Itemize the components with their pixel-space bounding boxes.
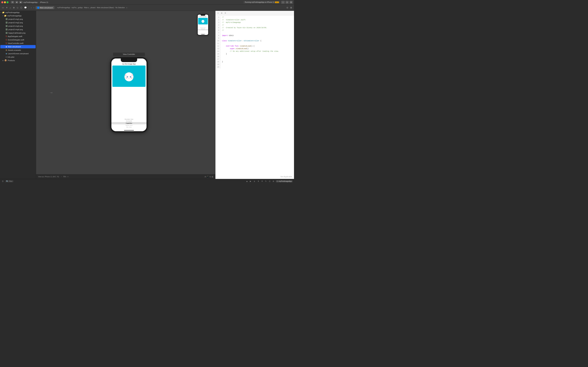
line-code-1: // [221,16,224,19]
toolbar-panel-btn[interactable]: ⊞ [290,6,293,9]
orientation-icon[interactable]: ↻ [209,176,211,178]
phone-home-indicator [124,130,134,131]
arrow-icon-3: ▶ [3,60,4,61]
sidebar-toggle-button[interactable]: ☰ [11,1,14,3]
sidebar-app-group[interactable]: ▾ 📁 myFirstImageApp [0,14,36,17]
line-num-19: 19 [216,63,221,66]
active-file-tab[interactable]: Main.storyboard [36,6,54,9]
zoom-out-button[interactable]: － [60,175,62,178]
bottom-sidebar-btn[interactable]: ☰ [1,180,4,183]
toolbar-search-btn[interactable]: ⌕ [9,6,12,9]
vc-label: View Controller [113,53,145,56]
sidebar-label-assets: Assets.xcassets [8,49,21,51]
toolbar-hex-btn[interactable]: ⬡ [20,6,23,9]
layout-icon[interactable]: ⊞ [212,176,213,178]
toolbar-diamond-btn[interactable]: ◇ [16,6,19,9]
minimize-button[interactable] [4,1,6,3]
sidebar-item-infoplist[interactable]: ≡ Info.plist [0,55,36,59]
toolbar-comment-btn[interactable]: 💬 [24,6,27,9]
panels-button[interactable]: ⊞ [289,1,293,4]
canvas-action-icons: ⟳ 📱 ↻ ⊞ [205,176,213,178]
editor-toolbar-btn-1[interactable]: ⊙ [217,12,219,14]
fullscreen-button[interactable] [7,1,9,3]
sidebar-item-scenedelegate[interactable]: S SceneDelegate.swift [0,38,36,42]
toolbar-back-btn[interactable]: ‹ [30,6,32,9]
line-code-18: } [221,61,223,63]
sidebar-item-img1[interactable]: 🖼 project2-img1.png [0,17,36,21]
line-code-8: import UIKit [221,34,234,37]
sidebar-root-group[interactable]: ▾ 📁 myFirstImageApp [0,11,36,14]
breadcrumb-4[interactable]: Main.storyboard (Base) [97,7,114,8]
toolbar-inspector-btn[interactable]: ⊙ [286,6,289,9]
sidebar-item-img2[interactable]: 🖼 project2-img2.png [0,21,36,24]
breadcrumb-3[interactable]: Main.s...yboard [84,7,95,8]
code-line-6: 6 // [216,29,294,32]
sidebar: ▾ 📁 myFirstImageApp ▾ 📁 myFirstImageApp … [0,11,36,179]
code-line-10: 10 class ViewController: UIViewControlle… [216,40,294,42]
bottom-step-into-btn[interactable]: ⬆ [261,180,263,183]
sidebar-item-launchscreen[interactable]: ◈ LaunchScreen.storyboard [0,52,36,55]
refresh-icon[interactable]: ⟳ [205,176,206,178]
run-button[interactable]: ▶ [19,1,23,3]
add-button[interactable]: ＋ [281,1,285,4]
toolbar-forward-btn[interactable]: › [33,6,35,9]
sidebar-item-viewcontroller[interactable]: S ViewController.swift [0,42,36,45]
code-line-11: 11 [216,42,294,45]
png-icon-4: 🖼 [6,28,8,31]
bottom-stop-btn[interactable]: ■ [246,180,248,183]
phone-spacer [111,87,147,118]
device-icon[interactable]: 📱 [207,176,209,178]
png-icon-5: 🖼 [6,32,8,34]
sidebar-item-img3[interactable]: 🖼 project2-img3.png [0,25,36,28]
toolbar-sidebar-btn[interactable]: ▭ [1,6,5,9]
bottom-view-btn[interactable]: ⊞ [272,180,275,183]
breadcrumb-2[interactable]: myFirs...geApp [71,7,83,8]
sidebar-item-img4[interactable]: 🖼 project2-img4.png [0,28,36,31]
bottom-play-btn[interactable]: ▶ [249,180,252,183]
stop-button[interactable]: ■ [15,1,18,3]
code-line-5: 5 // Created by Teyon Kin Disney on 2020… [216,26,294,29]
filter-area[interactable]: 🔍 Filter [5,180,13,182]
bottom-pause-btn[interactable]: ⏸ [253,180,256,183]
swift-icon-2: S [6,39,7,41]
bottom-step-out-btn[interactable]: ↻ [264,180,267,183]
expand-button[interactable]: ⇔ [285,1,289,4]
toolbar-close-btn[interactable]: ✕ [5,6,8,9]
breadcrumb-sep-1: › [70,7,71,8]
canvas-status-bar: View as: iPhone 11 (⌘·C ·R) － 78% ＋ ⟳ 📱 … [36,174,215,179]
line-code-10: class ViewController: UIViewController { [221,40,261,42]
breadcrumb-1[interactable]: myFirstImageApp [57,7,70,8]
sidebar-item-assets[interactable]: ⊞ Assets.xcassets [0,49,36,52]
sidebar-label-header: happyCatHeader.png [8,32,26,34]
code-editor: ⊙ ⊞ ☰ 1 // 2 // ViewController.swift 3 /… [215,11,294,179]
line-code-5: // Created by Teyon Kin Disney on 2020/1… [221,26,267,29]
sidebar-products-group[interactable]: ▶ 📦 Products [0,59,36,62]
breadcrumb-5[interactable]: No Selection [115,7,125,8]
phone-picker-sunnyvale: Sunnyvale [111,120,147,122]
code-content[interactable]: 1 // 2 // ViewController.swift 3 // myFi… [216,15,294,174]
bottom-debug-btn[interactable]: ⊡ [268,180,271,183]
code-line-20: 20 [216,66,294,68]
bottom-step-over-btn[interactable]: ⬇ [257,180,260,183]
sidebar-item-appdelegate[interactable]: S AppDelegate.swift [0,35,36,38]
sidebar-item-mainstoryboard[interactable]: ◈ Main.storyboard [0,45,36,48]
line-code-16 [221,55,223,58]
png-icon-3: 🖼 [6,25,8,27]
editor-toolbar-btn-3[interactable]: ☰ [224,12,227,14]
line-num-17: 17 [216,58,221,61]
line-num-2: 2 [216,19,221,21]
phone-mockup[interactable]: my first image App [110,57,148,133]
title-bar: ☰ ■ ▶ myFirstImageApp › iPhone 11 Runnin… [0,0,294,5]
canvas-content[interactable]: → View Controller my first image App [36,11,215,174]
sidebar-item-header[interactable]: 🖼 happyCatHeader.png [0,31,36,34]
toolbar-add-btn[interactable]: ⊕ [12,6,15,9]
sidebar-label-infoplist: Info.plist [8,56,14,58]
zoom-in-button[interactable]: ＋ [67,175,69,178]
close-button[interactable] [1,1,3,3]
code-line-7: 7 [216,32,294,34]
plist-icon: ≡ [6,56,7,58]
editor-toolbar-btn-2[interactable]: ⊞ [220,12,223,14]
line-num-20: 20 [216,66,221,68]
sidebar-label-launchscreen: LaunchScreen.storyboard [8,53,28,55]
sidebar-label-appdelegate: AppDelegate.swift [8,35,22,37]
